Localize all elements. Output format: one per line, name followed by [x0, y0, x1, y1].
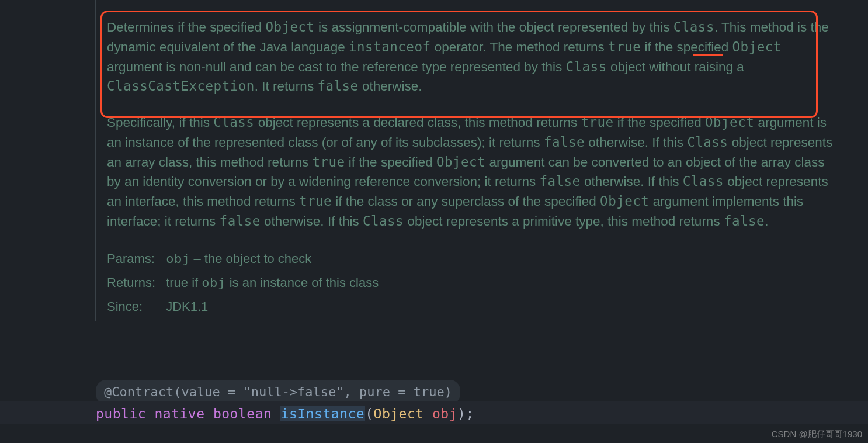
params-label: Params:: [107, 249, 166, 268]
text: if the specified: [345, 155, 436, 169]
text: . It returns: [255, 79, 318, 94]
code-true: true: [608, 39, 641, 54]
code-class: Class: [565, 59, 606, 74]
code-line-method-signature[interactable]: public native boolean isInstance(Object …: [0, 401, 868, 424]
semicolon: ;: [466, 406, 474, 421]
text: Determines if the specified: [107, 20, 265, 34]
text: object without raising a: [607, 60, 744, 74]
returns-value: true if obj is an instance of this class: [166, 273, 389, 292]
code-false: false: [317, 78, 358, 94]
code-instanceof: instanceof: [349, 39, 430, 54]
param-type-object: Object: [374, 406, 424, 421]
text: otherwise. If this: [581, 174, 683, 189]
text: otherwise. If this: [261, 214, 363, 229]
text: if the class or any superclass of the sp…: [332, 194, 600, 209]
returns-row: Returns: true if obj is an instance of t…: [107, 273, 389, 292]
rparen: ): [457, 406, 466, 421]
code-class: Class: [683, 174, 724, 189]
text: is assignment-compatible with the object…: [315, 20, 673, 34]
keyword-native: native: [154, 406, 204, 421]
code-true: true: [581, 115, 613, 130]
javadoc-paragraph-1: Determines if the specified Object is as…: [107, 0, 852, 96]
returns-code-obj: obj: [202, 275, 225, 290]
code-class: Class: [213, 115, 254, 130]
code-object: Object: [705, 115, 754, 130]
watermark: CSDN @肥仔哥哥1930: [772, 428, 862, 441]
text: argument is non-null and can be cast to …: [107, 60, 565, 74]
code-object: Object: [732, 39, 782, 54]
code-object: Object: [436, 154, 485, 169]
since-value: JDK1.1: [166, 297, 389, 316]
text: otherwise. If this: [585, 135, 687, 150]
code-false: false: [220, 213, 261, 229]
text: object represents a declared class, this…: [254, 115, 581, 130]
code-class: Class: [687, 134, 728, 150]
text: object represents a primitive type, this…: [404, 214, 724, 229]
javadoc-tags: Params: obj – the object to check Return…: [107, 244, 389, 321]
text: true if: [166, 275, 202, 290]
code-false: false: [539, 174, 580, 189]
method-name-isinstance: isInstance: [280, 406, 365, 421]
code-object: Object: [600, 193, 649, 209]
code-classcastexception: ClassCastException: [107, 78, 255, 94]
params-value: obj – the object to check: [166, 249, 389, 268]
code-false: false: [724, 213, 765, 229]
code-class: Class: [363, 213, 404, 229]
javadoc-paragraph-2: Specifically, if this Class object repre…: [107, 96, 852, 231]
lparen: (: [365, 406, 373, 421]
since-label: Since:: [107, 297, 166, 316]
text: .: [765, 214, 768, 229]
text: is an instance of this class: [226, 275, 379, 290]
param-name-obj: obj: [432, 406, 457, 421]
params-code-obj: obj: [166, 251, 190, 266]
text: if the specified: [614, 115, 705, 130]
returns-label: Returns:: [107, 273, 166, 292]
keyword-boolean: boolean: [213, 406, 272, 421]
text: Specifically, if this: [107, 115, 213, 130]
text: otherwise.: [359, 79, 422, 94]
text: operator. The method returns: [431, 40, 609, 54]
since-row: Since: JDK1.1: [107, 297, 389, 316]
code-true: true: [299, 193, 332, 209]
code-true: true: [312, 154, 345, 169]
code-object: Object: [265, 19, 314, 34]
code-false: false: [544, 134, 585, 150]
javadoc-panel: Determines if the specified Object is as…: [95, 0, 852, 321]
text: – the object to check: [190, 251, 311, 266]
text: if the specified: [641, 40, 732, 54]
params-row: Params: obj – the object to check: [107, 249, 389, 268]
keyword-public: public: [96, 406, 146, 421]
code-class: Class: [673, 19, 714, 34]
